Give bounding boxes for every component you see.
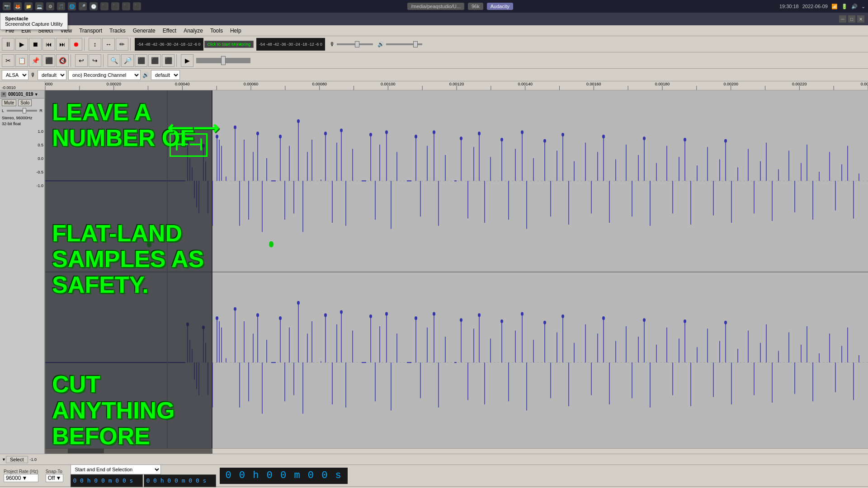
svg-point-300 (279, 316, 282, 320)
speaker-icon: 🔊 (377, 41, 384, 47)
taskbar-audacity[interactable]: Audacity (487, 3, 513, 10)
input-device-select[interactable]: default (38, 70, 66, 80)
files-icon[interactable]: 📁 (24, 2, 33, 10)
browser-icon[interactable]: 🌐 (68, 2, 76, 10)
zoom-sel-button[interactable]: ⬛ (148, 54, 161, 67)
svg-point-275 (234, 126, 236, 129)
input-gain-control: 🎙 (330, 41, 373, 47)
skip-start-button[interactable]: ⏮ (42, 38, 55, 51)
track-mute-solo: Mute Solo (0, 99, 44, 107)
stop-button[interactable]: ⏹ (29, 38, 42, 51)
project-rate-value[interactable]: 96000 ▼ (4, 474, 38, 482)
annotation-middle: FLAT-LANDSAMPLES ASSAFETY. (52, 221, 206, 298)
svg-point-301 (297, 301, 300, 305)
play-button[interactable]: ▶ (15, 38, 28, 51)
svg-text:0.00100: 0.00100 (381, 82, 396, 86)
selection-tool-button[interactable]: ↕ (89, 38, 101, 51)
play-at-speed-button[interactable]: ▶ (181, 54, 193, 67)
output-gain-slider[interactable] (386, 43, 422, 45)
taskbar-file-path[interactable]: /media/peaqstudio/U... (407, 3, 464, 10)
spectacle-popup: Spectacle Screenshot Capture Utility (0, 13, 68, 30)
extra-icon3[interactable]: ⬛ (122, 2, 130, 10)
svg-text:0.00160: 0.00160 (586, 82, 601, 86)
select-button[interactable]: Select (6, 456, 28, 463)
skip-end-button[interactable]: ⏭ (56, 38, 69, 51)
svg-point-313 (561, 314, 564, 318)
cut-button[interactable]: ✂ (2, 54, 14, 67)
menubar: File Edit Select View Transport Tracks G… (0, 25, 868, 36)
menu-help[interactable]: Help (226, 27, 245, 35)
track-dropdown-icon[interactable]: ▼ (34, 92, 38, 97)
selection-end-input[interactable] (144, 474, 216, 487)
project-rate-number: 96000 (6, 475, 21, 481)
input-gain-slider[interactable] (337, 43, 373, 45)
solo-button[interactable]: Solo (18, 99, 32, 106)
draw-tool-button[interactable]: ✏ (116, 38, 128, 51)
record-button[interactable]: ⏺ (70, 38, 82, 51)
ruler-offset: -0.0010 (0, 81, 45, 90)
svg-point-294 (724, 139, 727, 143)
mute-button[interactable]: Mute (2, 99, 16, 106)
spectacle-icon[interactable]: 📷 (3, 2, 11, 10)
toolbar-separator-3 (71, 54, 73, 67)
menu-tools[interactable]: Tools (207, 27, 226, 35)
audio-icon[interactable]: 🎵 (57, 2, 65, 10)
snap-to-label: Snap-To (46, 469, 64, 474)
extra-icon[interactable]: ⬛ (100, 2, 108, 10)
snap-to-value[interactable]: Off ▼ (46, 474, 64, 482)
track-close-button[interactable]: ✕ (1, 92, 6, 97)
track-bit-depth-info: 32-bit float (2, 121, 42, 127)
menu-analyze[interactable]: Analyze (180, 27, 207, 35)
project-rate-arrow[interactable]: ▼ (22, 475, 27, 481)
timeline-ruler: -0.0010 0.000000.000200.000400.000600.00… (0, 81, 868, 90)
snap-to-current: Off (48, 475, 55, 481)
selection-start-input[interactable] (71, 474, 143, 487)
maximize-button[interactable]: □ (848, 15, 855, 23)
menu-generate[interactable]: Generate (129, 27, 159, 35)
host-select[interactable]: ALSA (2, 70, 28, 80)
zoom-out-button[interactable]: 🔎 (121, 54, 134, 67)
system-tray: 19:30:18 2022-06-09 📶 🔋 🔊 ⌄ (779, 4, 865, 9)
svg-point-298 (234, 307, 236, 311)
fit-project-button[interactable]: ⬛ (135, 54, 147, 67)
envelope-tool-button[interactable]: ↔ (102, 38, 115, 51)
redo-button[interactable]: ↪ (89, 54, 101, 67)
svg-point-308 (460, 318, 462, 322)
waveform-area: LEAVE ANUMBER OF ⟵⟶ ⊢⊣ FLAT-LANDSAMPLES … (45, 90, 868, 454)
terminal-icon[interactable]: 💻 (35, 2, 43, 10)
selection-type-select[interactable]: Start and End of Selection (71, 465, 161, 474)
extra-icon4[interactable]: ⬛ (133, 2, 141, 10)
trim-button[interactable]: ⬛ (42, 54, 55, 67)
close-button[interactable]: ✕ (857, 15, 864, 23)
paste-button[interactable]: 📌 (29, 54, 42, 67)
track-bottom-arrow[interactable]: ▼ (2, 457, 6, 462)
menu-effect[interactable]: Effect (159, 27, 180, 35)
firefox-icon[interactable]: 🦊 (14, 2, 22, 10)
audacity-icon[interactable]: 🎤 (79, 2, 87, 10)
svg-text:0.00220: 0.00220 (792, 82, 807, 86)
menu-transport[interactable]: Transport (75, 27, 106, 35)
play-speed-slider[interactable] (196, 58, 250, 63)
silence-button[interactable]: 🔇 (56, 54, 69, 67)
annotation-text-3: CUT ANYTHINGBEFORE (52, 371, 206, 449)
taskbar-rate[interactable]: 96k (468, 3, 483, 10)
pan-slider[interactable] (7, 110, 37, 112)
zoom-reset-button[interactable]: ⬛ (162, 54, 175, 67)
monitor-button[interactable]: Click to Start Monitoring (204, 41, 254, 48)
menu-tracks[interactable]: Tracks (106, 27, 129, 35)
output-device-select[interactable]: default (151, 70, 180, 80)
snap-to-arrow[interactable]: ▼ (56, 475, 61, 481)
undo-button[interactable]: ↩ (75, 54, 88, 67)
clock-icon[interactable]: 🕐 (90, 2, 98, 10)
svg-point-307 (433, 312, 435, 316)
settings-icon[interactable]: ⚙ (46, 2, 54, 10)
pause-button[interactable]: ⏸ (2, 38, 14, 51)
annotation-text-2: FLAT-LANDSAMPLES ASSAFETY. (52, 221, 206, 298)
extra-icon2[interactable]: ⬛ (111, 2, 119, 10)
system-topbar: 📷 🦊 📁 💻 ⚙ 🎵 🌐 🎤 🕐 ⬛ ⬛ ⬛ ⬛ /media/peaqstu… (0, 0, 868, 13)
copy-button[interactable]: 📋 (15, 54, 28, 67)
zoom-in-button[interactable]: 🔍 (108, 54, 120, 67)
sys-chevron[interactable]: ⌄ (861, 4, 865, 9)
channel-select[interactable]: ono) Recording Channel (68, 70, 141, 80)
minimize-button[interactable]: ─ (839, 15, 846, 23)
